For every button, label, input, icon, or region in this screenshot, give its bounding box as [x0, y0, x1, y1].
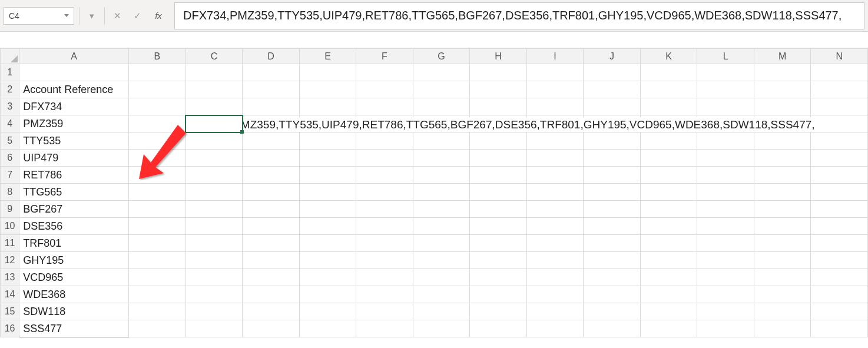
- cell-D11[interactable]: [243, 235, 300, 252]
- name-box[interactable]: C4: [4, 7, 74, 25]
- cell-N16[interactable]: [811, 320, 868, 337]
- cell-N9[interactable]: [811, 201, 868, 218]
- column-header-A[interactable]: A: [19, 49, 129, 64]
- cell-M1[interactable]: [754, 64, 811, 81]
- column-header-N[interactable]: N: [811, 49, 868, 64]
- cell-G13[interactable]: [413, 269, 470, 286]
- column-header-K[interactable]: K: [640, 49, 697, 64]
- cell-C10[interactable]: [185, 218, 243, 235]
- cell-A7[interactable]: RET786: [19, 167, 129, 184]
- cell-C15[interactable]: [185, 303, 243, 320]
- row-header-8[interactable]: 8: [1, 184, 19, 201]
- cell-F9[interactable]: [356, 201, 413, 218]
- cell-M2[interactable]: [754, 81, 811, 98]
- row-header-4[interactable]: 4: [1, 115, 19, 132]
- cell-K14[interactable]: [640, 286, 697, 303]
- cell-H8[interactable]: [470, 184, 527, 201]
- cell-M11[interactable]: [754, 235, 811, 252]
- cell-E10[interactable]: [299, 218, 356, 235]
- cell-L14[interactable]: [697, 286, 754, 303]
- cell-A14[interactable]: WDE368: [19, 286, 129, 303]
- cell-A2[interactable]: Account Reference: [19, 81, 129, 98]
- cell-D8[interactable]: [243, 184, 300, 201]
- cell-N3[interactable]: [811, 98, 868, 115]
- cell-G14[interactable]: [413, 286, 470, 303]
- cell-K1[interactable]: [640, 64, 697, 81]
- enter-icon[interactable]: ✓: [130, 7, 145, 25]
- cell-J7[interactable]: [584, 167, 641, 184]
- cell-L10[interactable]: [697, 218, 754, 235]
- cell-K6[interactable]: [640, 150, 697, 167]
- cell-N1[interactable]: [811, 64, 868, 81]
- column-header-L[interactable]: L: [697, 49, 754, 64]
- cell-J13[interactable]: [584, 269, 641, 286]
- cell-J8[interactable]: [584, 184, 641, 201]
- cell-B8[interactable]: [129, 184, 186, 201]
- cell-E16[interactable]: [299, 320, 356, 337]
- cell-K2[interactable]: [640, 81, 697, 98]
- cell-M13[interactable]: [754, 269, 811, 286]
- cell-C4[interactable]: [185, 115, 243, 132]
- cell-J5[interactable]: [584, 132, 641, 150]
- cell-A6[interactable]: UIP479: [19, 150, 129, 167]
- cell-J16[interactable]: [584, 320, 641, 337]
- formula-input[interactable]: DFX734,PMZ359,TTY535,UIP479,RET786,TTG56…: [174, 2, 864, 29]
- cell-J10[interactable]: [584, 218, 641, 235]
- cell-J12[interactable]: [584, 252, 641, 269]
- cell-I14[interactable]: [526, 286, 584, 303]
- cell-M3[interactable]: [754, 98, 811, 115]
- cell-K11[interactable]: [640, 235, 697, 252]
- cell-E9[interactable]: [299, 201, 356, 218]
- cell-G2[interactable]: [413, 81, 470, 98]
- cell-J6[interactable]: [584, 150, 641, 167]
- cell-F3[interactable]: [356, 98, 413, 115]
- cell-M16[interactable]: [754, 320, 811, 337]
- cell-B3[interactable]: [129, 98, 186, 115]
- column-header-E[interactable]: E: [299, 49, 356, 64]
- cell-F5[interactable]: [356, 132, 413, 150]
- cell-A10[interactable]: DSE356: [19, 218, 129, 235]
- cell-C9[interactable]: [185, 201, 243, 218]
- cell-D15[interactable]: [243, 303, 300, 320]
- row-header-6[interactable]: 6: [1, 150, 19, 167]
- cell-E13[interactable]: [299, 269, 356, 286]
- column-header-J[interactable]: J: [584, 49, 641, 64]
- cell-F1[interactable]: [356, 64, 413, 81]
- cell-B4[interactable]: [129, 115, 186, 132]
- cell-A15[interactable]: SDW118: [19, 303, 129, 320]
- cell-M9[interactable]: [754, 201, 811, 218]
- cell-K15[interactable]: [640, 303, 697, 320]
- cell-M8[interactable]: [754, 184, 811, 201]
- cell-H2[interactable]: [470, 81, 527, 98]
- fx-icon[interactable]: fx: [150, 11, 167, 21]
- cell-N13[interactable]: [811, 269, 868, 286]
- cell-L9[interactable]: [697, 201, 754, 218]
- row-header-16[interactable]: 16: [1, 320, 19, 337]
- cell-G8[interactable]: [413, 184, 470, 201]
- cell-N14[interactable]: [811, 286, 868, 303]
- cell-K8[interactable]: [640, 184, 697, 201]
- cell-N2[interactable]: [811, 81, 868, 98]
- cell-G15[interactable]: [413, 303, 470, 320]
- column-header-H[interactable]: H: [470, 49, 527, 64]
- cell-B13[interactable]: [129, 269, 186, 286]
- cell-G9[interactable]: [413, 201, 470, 218]
- cell-C7[interactable]: [185, 167, 243, 184]
- cell-F12[interactable]: [356, 252, 413, 269]
- cell-C13[interactable]: [185, 269, 243, 286]
- cell-C1[interactable]: [185, 64, 243, 81]
- cell-K4[interactable]: [640, 115, 697, 132]
- cell-C8[interactable]: [185, 184, 243, 201]
- cell-K5[interactable]: [640, 132, 697, 150]
- cell-K12[interactable]: [640, 252, 697, 269]
- cell-D14[interactable]: [243, 286, 300, 303]
- cell-B10[interactable]: [129, 218, 186, 235]
- cell-I5[interactable]: [526, 132, 584, 150]
- cell-H6[interactable]: [470, 150, 527, 167]
- select-all-corner[interactable]: [1, 49, 19, 64]
- cell-B2[interactable]: [129, 81, 186, 98]
- cell-I13[interactable]: [526, 269, 584, 286]
- cell-C16[interactable]: [185, 320, 243, 337]
- cell-K16[interactable]: [640, 320, 697, 337]
- cell-E7[interactable]: [299, 167, 356, 184]
